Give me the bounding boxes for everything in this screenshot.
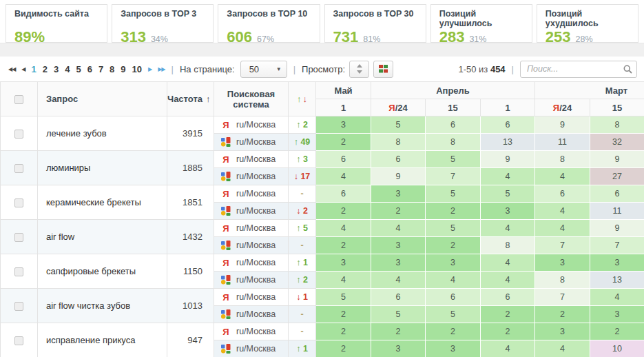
- change-cell: -: [289, 323, 316, 340]
- last-page-button[interactable]: ▶▶: [158, 66, 165, 72]
- per-page-select[interactable]: 50 ▼: [240, 61, 287, 78]
- collapse-rows-button[interactable]: [349, 61, 369, 78]
- select-all-checkbox[interactable]: [14, 95, 23, 104]
- engine-cell: Яru/Москва: [214, 254, 289, 272]
- position-cell: 2: [426, 203, 481, 220]
- table-row: исправление прикуса947Яru/Москва-222232: [1, 323, 644, 340]
- next-page-button[interactable]: ▶: [148, 66, 152, 72]
- row-checkbox[interactable]: [14, 130, 23, 139]
- up-arrow-icon: ↑: [296, 154, 300, 164]
- google-icon: [221, 275, 231, 285]
- engine-cell: ru/Москва: [214, 134, 289, 151]
- card-title: Запросов в TOP 30: [333, 9, 417, 29]
- yandex-icon: Я: [221, 154, 231, 165]
- position-cell: 2: [316, 237, 371, 254]
- engine-row: ru/Москва: [221, 241, 288, 250]
- position-cell: 3: [371, 237, 426, 254]
- engine-region: ru/Москва: [236, 172, 276, 181]
- prev-page-button[interactable]: ◀: [21, 66, 25, 72]
- google-icon: [221, 309, 231, 319]
- change-column-header[interactable]: ↑↓: [289, 82, 316, 116]
- engine-row: Яru/Москва: [221, 120, 288, 130]
- day-column-header: 15: [426, 99, 481, 116]
- separator: |: [172, 64, 174, 74]
- row-select-cell: [1, 185, 38, 220]
- summary-card: Запросов в TOP 1060667%: [218, 4, 320, 43]
- table-row: люминиры1885Яru/Москва↑ 3665989: [1, 151, 644, 168]
- first-page-button[interactable]: ◀◀: [8, 66, 15, 72]
- page-number[interactable]: 8: [110, 64, 114, 74]
- position-cell: 4: [535, 168, 590, 185]
- row-checkbox[interactable]: [14, 233, 23, 242]
- position-cell: 13: [481, 134, 535, 151]
- color-grid-view-button[interactable]: [373, 61, 393, 78]
- page-number[interactable]: 5: [76, 64, 81, 74]
- query-cell: люминиры: [38, 151, 167, 185]
- pagination: ◀◀◀12345678910▶▶▶: [8, 64, 165, 74]
- google-icon: [221, 344, 231, 354]
- per-page-label: На странице:: [180, 64, 235, 74]
- position-cell: 6: [316, 185, 371, 203]
- search-input[interactable]: [520, 61, 637, 78]
- table-row: air flow1432Яru/Москва↑ 5445449: [1, 220, 644, 237]
- query-cell: керамические брекеты: [38, 185, 167, 220]
- card-title: Запросов в TOP 3: [121, 9, 205, 29]
- card-value-row: 28331%: [439, 30, 523, 43]
- position-cell: 5: [481, 185, 535, 203]
- frequency-cell: 1885: [167, 151, 214, 185]
- up-arrow-icon: ↑: [296, 258, 300, 267]
- row-checkbox[interactable]: [14, 336, 23, 345]
- page-number[interactable]: 6: [87, 64, 92, 74]
- position-cell: 8: [481, 237, 535, 254]
- engine-region: ru/Москва: [236, 206, 276, 216]
- card-value: 89%: [14, 30, 45, 43]
- row-checkbox[interactable]: [14, 302, 23, 311]
- change-cell: ↓ 17: [289, 168, 316, 185]
- page-number[interactable]: 1: [31, 64, 36, 74]
- frequency-cell: 1150: [167, 254, 214, 289]
- position-cell: 3: [371, 254, 426, 272]
- position-cell: 6: [316, 151, 371, 168]
- search-box: [520, 61, 637, 78]
- positions-page: Видимость сайта89%Запросов в TOP 331334%…: [0, 0, 644, 357]
- frequency-cell: 1013: [167, 289, 214, 323]
- engine-row: ru/Москва: [221, 206, 288, 216]
- divider-band: [0, 43, 644, 57]
- page-number[interactable]: 2: [43, 64, 48, 74]
- page-number[interactable]: 10: [132, 64, 142, 74]
- day-column-header: 1: [481, 99, 535, 116]
- page-number[interactable]: 7: [98, 64, 103, 74]
- query-cell: лечение зубов: [38, 116, 167, 151]
- position-cell: 2: [316, 306, 371, 323]
- position-cell: 2: [316, 323, 371, 340]
- row-checkbox[interactable]: [14, 164, 23, 173]
- yandex-icon: Я: [221, 223, 231, 234]
- page-number[interactable]: 3: [54, 64, 59, 74]
- card-value-row: 25328%: [546, 30, 630, 43]
- engine-cell: Яru/Москва: [214, 185, 289, 203]
- frequency-column-header[interactable]: Частота↑: [167, 82, 214, 116]
- card-value: 253: [546, 30, 571, 43]
- engine-row: Яru/Москва: [221, 223, 288, 234]
- table-row: керамические брекеты1851Яru/Москва-63556…: [1, 185, 644, 203]
- page-number[interactable]: 4: [65, 64, 70, 74]
- card-title: Позиций ухудшилось: [546, 9, 630, 29]
- row-checkbox[interactable]: [14, 267, 23, 276]
- frequency-cell: 947: [167, 323, 214, 357]
- position-cell: 2: [316, 134, 371, 151]
- position-cell: 9: [371, 168, 426, 185]
- position-cell: 4: [535, 340, 590, 357]
- query-cell: air flow: [38, 220, 167, 254]
- position-cell: 7: [535, 289, 590, 306]
- page-number[interactable]: 9: [121, 64, 125, 74]
- results-range: 1-50 из 454: [458, 64, 505, 74]
- summary-card: Позиций улучшилось28331%: [430, 4, 532, 43]
- up-down-chevrons-icon: [356, 64, 363, 74]
- position-cell: 6: [481, 116, 535, 134]
- position-cell: 4: [316, 168, 371, 185]
- select-all-header: [1, 82, 38, 116]
- row-checkbox[interactable]: [14, 198, 23, 207]
- query-column-header[interactable]: Запрос: [38, 82, 167, 116]
- yandex-letter-icon: Я: [553, 103, 559, 113]
- position-cell: 6: [535, 185, 590, 203]
